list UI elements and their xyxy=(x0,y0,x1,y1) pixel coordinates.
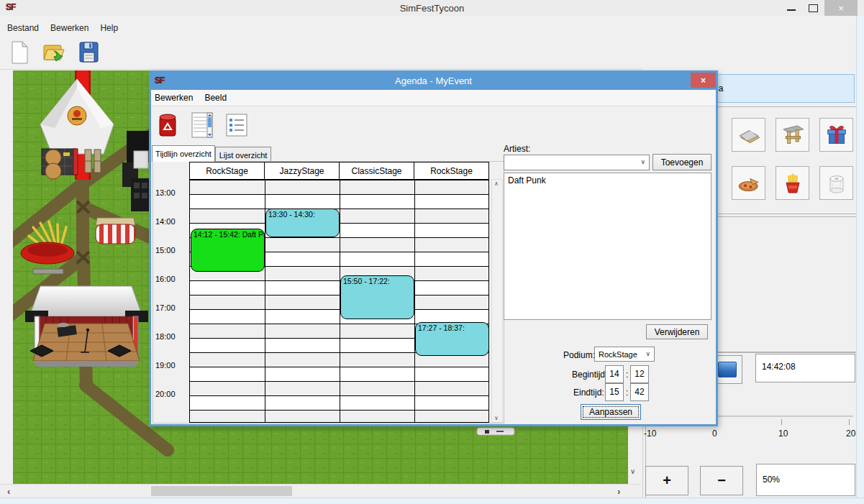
apply-button[interactable]: Aanpassen xyxy=(581,404,641,420)
maximize-button[interactable] xyxy=(803,0,823,16)
artist-list-item[interactable]: Daft Punk xyxy=(504,173,711,188)
zoom-level-field[interactable]: 50% xyxy=(756,464,855,496)
pizza-tool-button[interactable] xyxy=(732,166,765,200)
schedule-event[interactable]: 15:50 - 17:22: xyxy=(340,275,414,319)
dialog-menu-beeld[interactable]: Beeld xyxy=(204,93,227,103)
artist-listbox[interactable]: Daft Punk xyxy=(504,173,711,320)
chevron-down-icon[interactable]: ∨ xyxy=(494,415,499,421)
artist-combobox[interactable]: ∨ xyxy=(504,155,650,170)
time-row-label: 16:00 xyxy=(155,275,187,283)
menu-help[interactable]: Help xyxy=(100,23,118,33)
schedule-event[interactable]: 17:27 - 18:37: xyxy=(415,322,489,356)
time-row-label: 17:00 xyxy=(155,303,187,312)
schedule-grid-body[interactable]: 14:12 - 15:42: Daft Punk13:30 - 14:30:15… xyxy=(189,179,489,423)
slider-tick xyxy=(849,419,850,425)
main-toolbar xyxy=(0,36,864,69)
schedule-grid: 14:12 - 15:42: Daft Punk13:30 - 14:30:15… xyxy=(153,161,504,423)
burger-stand xyxy=(42,149,78,179)
dialog-menu-bewerken[interactable]: Bewerken xyxy=(155,93,193,103)
podium-combobox-value: RockStage xyxy=(599,350,637,359)
remove-artist-button[interactable]: Verwijderen xyxy=(646,324,708,339)
toolbar-divider xyxy=(0,69,642,70)
chevron-up-icon[interactable]: ∧ xyxy=(494,180,499,187)
dialog-menubar: BewerkenBeeld xyxy=(151,90,716,106)
dialog-close-button[interactable]: × xyxy=(691,73,716,88)
minimize-button[interactable] xyxy=(781,0,801,16)
time-separator: : xyxy=(626,388,628,398)
dialog-toolbar xyxy=(151,106,716,144)
map-object xyxy=(477,428,514,435)
close-button[interactable]: × xyxy=(824,0,858,16)
clock-display: 14:42:08 xyxy=(755,354,855,382)
column-divider xyxy=(414,180,415,423)
zoom-out-button[interactable]: − xyxy=(700,466,743,495)
scrollbar-thumb[interactable] xyxy=(151,486,292,496)
new-file-icon xyxy=(7,40,32,65)
stage-tool-button[interactable] xyxy=(776,118,809,152)
agenda-dialog: SF Agenda - MyEvent × BewerkenBeeld xyxy=(149,70,718,426)
chevron-down-icon: ∨ xyxy=(640,158,645,165)
road-tool-button[interactable] xyxy=(732,118,765,152)
slider-tick-label: 10 xyxy=(778,429,788,439)
play-icon xyxy=(718,362,737,377)
new-file-button[interactable] xyxy=(6,39,33,66)
end-time-label: Eindtijd: xyxy=(573,388,604,398)
start-time-label: Begintijd: xyxy=(572,370,607,380)
time-row-label: 15:00 xyxy=(155,246,187,255)
podium-label: Podium: xyxy=(563,350,595,360)
main-menubar: BestandBewerkenHelp xyxy=(0,20,864,36)
list-view-button[interactable] xyxy=(224,111,250,139)
slider-tick-label: 20 xyxy=(846,429,855,439)
striped-stand xyxy=(96,218,135,244)
delete-event-button[interactable] xyxy=(155,111,181,139)
time-row-label: 18:00 xyxy=(155,332,187,341)
road-icon xyxy=(736,122,762,148)
schedule-event[interactable]: 14:12 - 15:42: Daft Punk xyxy=(191,229,265,272)
stage-column-header: ClassicStage xyxy=(339,162,414,180)
timeline-view-icon xyxy=(191,111,214,139)
window-title: SimFestTycoon xyxy=(0,3,864,14)
artist-label: Artiest: xyxy=(504,144,530,154)
menu-bestand[interactable]: Bestand xyxy=(7,23,39,33)
toilet-paper-tool-button[interactable] xyxy=(819,166,853,200)
list-view-icon xyxy=(225,113,248,137)
gift-tool-button[interactable] xyxy=(819,118,853,152)
end-minute-field[interactable]: 42 xyxy=(630,383,649,401)
chevron-left-icon[interactable]: ‹ xyxy=(7,486,10,497)
time-separator: : xyxy=(626,370,628,380)
tab-tijdlijn-overzicht[interactable]: Tijdlijn overzicht xyxy=(152,145,215,162)
minimize-icon xyxy=(787,9,796,11)
window-edge xyxy=(856,16,864,504)
menu-bewerken[interactable]: Bewerken xyxy=(50,23,88,33)
save-icon xyxy=(76,40,101,65)
chevron-down-icon[interactable]: ∨ xyxy=(630,467,635,475)
stage-icon xyxy=(780,122,806,148)
dialog-title: Agenda - MyEvent xyxy=(151,75,716,86)
window-edge xyxy=(0,498,864,504)
slider-tick xyxy=(781,419,782,425)
toilet-paper-icon xyxy=(824,170,850,196)
fries-icon xyxy=(780,170,806,196)
time-row-label: 14:00 xyxy=(155,217,187,226)
grid-scrollbar[interactable]: ∧ ∨ xyxy=(491,179,503,423)
schedule-event[interactable]: 13:30 - 14:30: xyxy=(265,209,340,237)
map-horizontal-scrollbar[interactable]: ‹ › xyxy=(0,484,641,498)
fries-tool-button[interactable] xyxy=(776,166,809,200)
add-artist-button[interactable]: Toevoegen xyxy=(652,154,711,170)
open-folder-icon xyxy=(42,40,66,65)
timeline-view-button[interactable] xyxy=(189,111,215,139)
save-button[interactable] xyxy=(75,39,102,66)
podium-combobox[interactable]: RockStage ∨ xyxy=(594,347,655,362)
start-hour-field[interactable]: 14 xyxy=(605,365,624,383)
slider-tick-label: 0 xyxy=(712,429,717,439)
stage-column-header: JazzyStage xyxy=(264,162,340,180)
open-file-button[interactable] xyxy=(40,39,68,66)
start-minute-field[interactable]: 12 xyxy=(630,365,649,383)
chevron-down-icon: ∨ xyxy=(645,350,650,357)
maximize-icon xyxy=(809,4,818,12)
zoom-in-button[interactable]: + xyxy=(645,466,688,495)
stage-column-header: RockStage xyxy=(414,162,489,180)
chevron-right-icon[interactable]: › xyxy=(617,486,620,497)
end-hour-field[interactable]: 15 xyxy=(605,383,624,401)
slider-tick-label: -10 xyxy=(644,429,656,439)
